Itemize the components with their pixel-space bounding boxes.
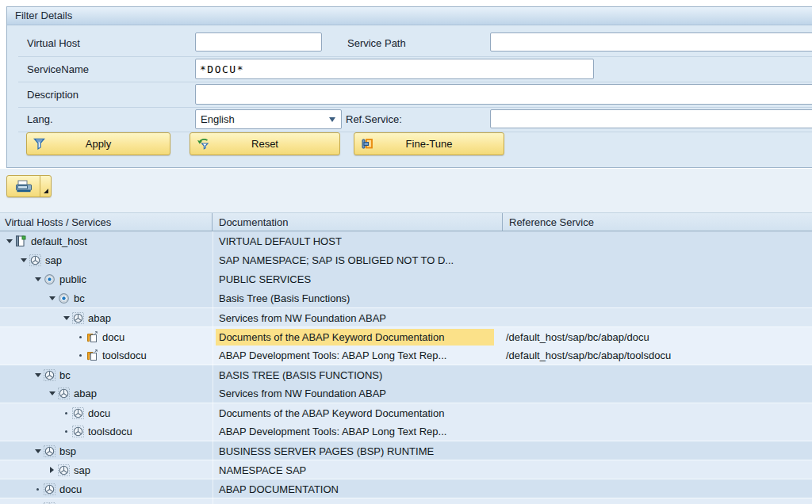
documentation-cell: BUSINESS SERVER PAGES (BSP) RUNTIME [213,441,503,460]
collapse-arrow-icon[interactable] [33,365,43,384]
filter-icon [33,138,46,151]
tree-row[interactable]: docuDocuments of the ABAP Keyword Docume… [0,403,812,422]
tree-table-body: default_hostVIRTUAL DEFAULT HOSTsapSAP N… [0,231,812,504]
node-cell: toolsdocu [0,346,213,365]
collapse-arrow-icon[interactable] [18,250,29,269]
service-icon [44,445,56,457]
node-label[interactable]: toolsdocu [102,349,147,361]
node-label[interactable]: bc [74,292,85,304]
node-cell: public [0,269,213,288]
tree-row[interactable]: toolsdocuABAP Development Tools: ABAP Lo… [0,422,812,441]
tree-row[interactable]: publicPUBLIC SERVICES [0,269,812,288]
host-icon [15,235,27,247]
leaf-bullet [61,403,71,422]
reference-service-cell [503,231,812,250]
service-path-input[interactable] [490,32,812,52]
service-icon [72,312,84,324]
language-dropdown[interactable]: English [195,109,342,129]
tree-row[interactable]: abapServices from NW Foundation ABAP [0,384,812,403]
tree-row[interactable]: docuDocuments of the ABAP Keyword Docume… [0,326,812,346]
node-label[interactable]: toolsdocu [88,426,132,437]
documentation-cell: Services from NW Foundation ABAP [213,384,503,403]
tree-row[interactable]: docuABAP DOCUMENTATION [0,479,812,498]
node-cell: sap [0,250,213,269]
node-cell: bc [0,365,213,384]
print-button[interactable] [6,175,52,197]
indent-spacer [0,413,61,414]
filter-buttons-row: Apply Reset Fine-Tune [18,132,812,156]
node-cell: docu [0,479,213,498]
node-label[interactable]: sap [74,464,90,476]
documentation-cell: Basis Tree (Basis Functions) [213,288,503,307]
service-icon [44,483,56,495]
tree-row[interactable]: sapSAP NAMESPACE; SAP IS OBLIGED NOT TO … [0,250,812,269]
node-label[interactable]: docu [88,407,110,419]
expand-arrow-icon[interactable] [47,460,57,479]
collapse-arrow-icon[interactable] [4,231,14,250]
indent-spacer [0,470,47,471]
language-label: Lang. [27,107,53,132]
apply-button-label: Apply [86,138,112,150]
node-cell: bsp [0,441,213,460]
ref-service-label: Ref.Service: [346,107,402,132]
ref-service-input[interactable] [490,109,812,128]
column-header-documentation: Documentation [213,213,503,231]
documentation-cell: ABAP DOCUMENTATION [213,479,503,498]
tree-row[interactable]: default_hostVIRTUAL DEFAULT HOST [0,231,812,250]
documentation-cell [213,498,503,504]
apply-button[interactable]: Apply [26,132,170,155]
service-name-row: ServiceName [18,56,812,82]
node-label[interactable]: sap [45,254,62,266]
node-cell: bc [0,288,213,307]
node-label[interactable]: public [59,273,86,285]
node-label[interactable]: docu [102,331,124,343]
node-label[interactable]: abap [88,312,111,324]
node-label[interactable]: default_host [31,235,87,247]
print-dropdown-button[interactable] [40,176,51,197]
virtual-host-label: Virtual Host [27,29,80,56]
reference-service-cell [503,269,812,288]
node-cell: abap [0,384,213,403]
virtual-host-input[interactable] [195,32,322,52]
indent-spacer [0,451,33,452]
documentation-cell: NAMESPACE SAP [213,460,503,479]
tree-table-header: Virtual Hosts / Services Documentation R… [0,212,812,231]
collapse-arrow-icon[interactable] [33,441,43,460]
node-label[interactable]: docu [59,483,82,495]
reference-service-cell [503,479,812,498]
dropdown-corner-icon [44,189,48,193]
tree-row[interactable]: bspBUSINESS SERVER PAGES (BSP) RUNTIME [0,441,812,460]
node-label[interactable]: bsp [59,445,76,457]
tree-row[interactable]: abapServices from NW Foundation ABAP [0,307,812,326]
leaf-bullet [61,422,71,441]
virtual-host-row: Virtual Host Service Path [18,29,812,57]
language-value: English [201,113,235,125]
collapse-arrow-icon[interactable] [33,269,43,288]
node-label[interactable]: abap [74,388,97,399]
collapse-arrow-icon[interactable] [61,308,71,327]
description-input[interactable] [195,84,812,105]
node-label[interactable]: bc [59,369,71,381]
reference-service-cell [503,384,812,403]
service-name-input[interactable] [195,59,594,79]
node-cell: abap [0,308,213,327]
reference-service-cell: /default_host/sap/bc/abap/docu [503,327,812,346]
indent-spacer [0,260,18,261]
reference-service-cell [503,403,812,422]
collapse-arrow-icon[interactable] [47,384,57,403]
fine-tune-button[interactable]: Fine-Tune [354,132,504,155]
indent-spacer [0,355,75,356]
description-row: Description [18,82,812,108]
tree-row[interactable]: bcBASIS TREE (BASIS FUNCTIONS) [0,365,812,384]
indent-spacer [0,318,61,319]
documentation-cell: PUBLIC SERVICES [213,269,503,288]
tree-row[interactable]: toolsdocuABAP Development Tools: ABAP Lo… [0,346,812,365]
tree-row[interactable]: sapNAMESPACE SAP [0,460,812,479]
tree-row[interactable]: bcBasis Tree (Basis Functions) [0,288,812,307]
indent-spacer [0,431,61,432]
service-icon [58,464,70,476]
leaf-bullet [33,479,43,498]
reset-button[interactable]: Reset [190,132,340,155]
collapse-arrow-icon[interactable] [47,288,57,307]
tree-row[interactable] [0,498,812,504]
